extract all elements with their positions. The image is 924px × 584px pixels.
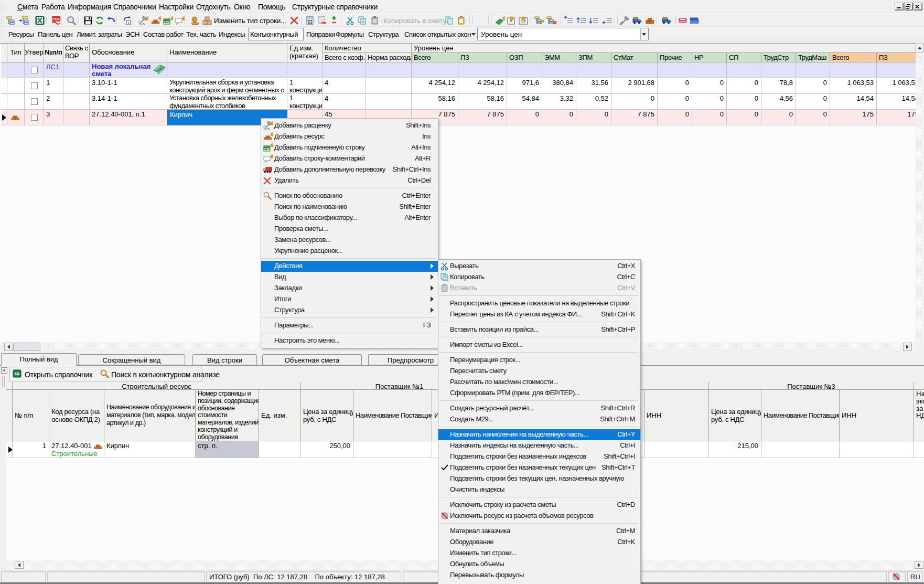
svg-text:x: x [127, 21, 130, 25]
svg-text:PDF: PDF [52, 17, 60, 21]
svg-text:КА: КА [15, 372, 19, 376]
